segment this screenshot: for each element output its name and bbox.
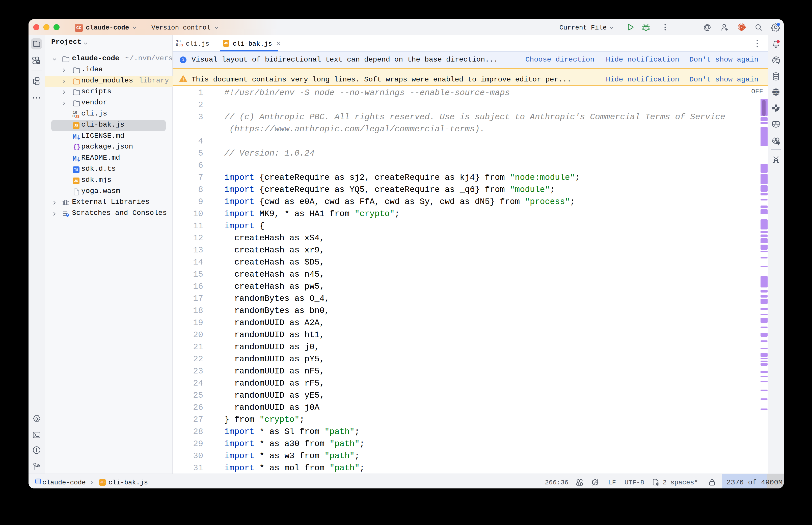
svg-text:X: X — [774, 90, 778, 95]
svg-text:?: ? — [37, 61, 39, 64]
